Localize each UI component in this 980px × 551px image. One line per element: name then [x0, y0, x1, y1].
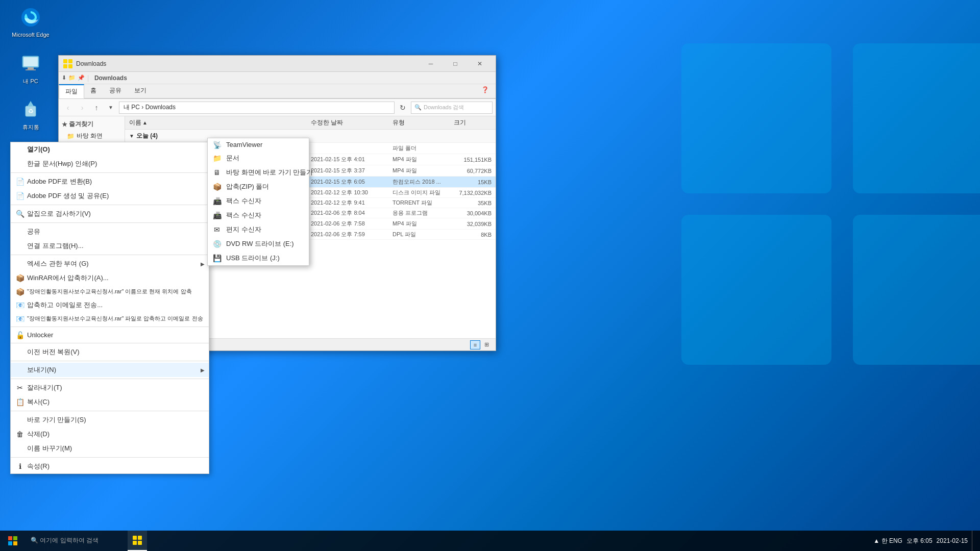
minimize-button[interactable]: ─ — [419, 56, 443, 72]
docs-icon: 📁 — [212, 153, 222, 163]
pdf-icon: 📄 — [15, 177, 25, 187]
copy-icon: 📋 — [15, 397, 25, 407]
winrar-icon: 📦 — [15, 273, 25, 283]
file-size: 151,151KB — [450, 157, 496, 163]
refresh-button[interactable]: ↻ — [397, 102, 409, 114]
tab-help[interactable]: ❓ — [475, 84, 496, 98]
ctx-sep — [11, 343, 209, 343]
nav-desktop[interactable]: 📁 바탕 화면 — [59, 130, 125, 142]
restore-icon — [15, 347, 25, 357]
qa-sep: │ — [87, 75, 90, 81]
file-type: 디스크 이미지 파일 — [388, 189, 450, 196]
col-size[interactable]: 크기 — [450, 117, 496, 128]
ctx-email-zip2[interactable]: 📧 "장애인활동지원사보수교육신청서.rar" 파일로 압축하고 이메일로 전송 — [11, 312, 209, 325]
ctx-unlocker[interactable]: 🔓 Unlocker — [11, 329, 209, 341]
favorites-header: ★ 즐겨찾기 — [59, 118, 125, 130]
ribbon-tabs: 파일 홈 공유 보기 ❓ — [59, 84, 496, 98]
sub-fax2[interactable]: 📠 팩스 수신자 — [208, 208, 309, 222]
ctx-restore[interactable]: 이전 버전 복원(V) — [11, 345, 209, 359]
address-path[interactable]: 내 PC › Downloads — [119, 102, 395, 114]
svg-rect-13 — [63, 64, 67, 68]
ctx-send[interactable]: 보내기(N) — [11, 363, 209, 377]
ctx-sep — [11, 457, 209, 458]
ctx-email-zip[interactable]: 📧 압축하고 이메일로 전송... — [11, 298, 209, 312]
details-view-button[interactable]: ≡ — [470, 340, 480, 349]
sub-docs[interactable]: 📁 문서 — [208, 151, 309, 165]
sub-dvd[interactable]: 💿 DVD RW 드라이브 (E:) — [208, 237, 309, 251]
ctx-sep — [11, 172, 209, 173]
delete-icon: 🗑 — [15, 429, 25, 439]
sub-usb[interactable]: 💾 USB 드라이브 (J:) — [208, 251, 309, 265]
sub-fax1[interactable]: 📠 팩스 수신자 — [208, 194, 309, 208]
svg-rect-7 — [28, 67, 34, 69]
pdf-create-icon: 📄 — [15, 191, 25, 201]
title-bar: Downloads ─ □ ✕ — [59, 56, 496, 72]
sort-arrow: ▲ — [142, 120, 148, 126]
ctx-properties[interactable]: ℹ 속성(R) — [11, 459, 209, 473]
ctx-delete[interactable]: 🗑 삭제(D) — [11, 427, 209, 441]
file-size: 7,132,032KB — [450, 190, 496, 196]
ctx-hwp-print[interactable]: 한글 문서(Hwp) 인쇄(P) — [11, 157, 209, 171]
close-button[interactable]: ✕ — [468, 56, 492, 72]
taskbar-search[interactable]: 🔍 여기에 입력하여 검색 — [26, 531, 128, 551]
taskbar-explorer[interactable] — [128, 531, 147, 551]
sub-zip-folder[interactable]: 📦 압축(ZIP) 폴더 — [208, 180, 309, 194]
col-name[interactable]: 이름 ▲ — [125, 117, 307, 128]
access-icon — [15, 259, 25, 269]
search-placeholder: Downloads 검색 — [424, 104, 464, 111]
svg-rect-15 — [8, 536, 12, 540]
ctx-sep — [11, 222, 209, 223]
ctx-pdf-convert[interactable]: 📄 Adobe PDF로 변환(B) — [11, 174, 209, 189]
file-type: MP4 파일 — [388, 167, 450, 174]
start-button[interactable] — [0, 531, 26, 551]
back-button[interactable]: ‹ — [62, 102, 74, 114]
file-type: 한컴오피스 2018 ... — [388, 178, 450, 186]
search-icon: 🔍 — [414, 104, 422, 111]
ctx-open[interactable]: 열기(O) — [11, 142, 209, 157]
recent-locations-button[interactable]: ▼ — [105, 102, 117, 114]
ctx-sep — [11, 327, 209, 327]
desktop-icon-recycle[interactable]: ♻ 휴지통 — [10, 97, 51, 131]
tab-share[interactable]: 공유 — [103, 84, 128, 98]
forward-button[interactable]: › — [76, 102, 88, 114]
ctx-winrar[interactable]: 📦 WinRAR에서 압축하기(A)... — [11, 271, 209, 285]
tiles-view-button[interactable]: ⊞ — [481, 340, 492, 349]
search-box[interactable]: 🔍 Downloads 검색 — [411, 102, 493, 114]
ctx-copy[interactable]: 📋 복사(C) — [11, 395, 209, 409]
fax1-icon: 📠 — [212, 196, 222, 206]
ctx-access[interactable]: 엑세스 관한 부여 (G) — [11, 257, 209, 271]
ctx-share[interactable]: 공유 — [11, 224, 209, 239]
ctx-shortcut[interactable]: 바로 가기 만들기(S) — [11, 413, 209, 427]
ctx-rename[interactable]: 이름 바꾸기(M) — [11, 441, 209, 456]
ctx-connect[interactable]: 연결 프로그램(H)... — [11, 239, 209, 253]
fax2-icon: 📠 — [212, 210, 222, 220]
tab-view[interactable]: 보기 — [128, 84, 153, 98]
address-path-text: 내 PC › Downloads — [124, 103, 176, 112]
svg-rect-12 — [68, 59, 72, 63]
ctx-alzip[interactable]: 🔍 알집으로 검사하기(V) — [11, 207, 209, 221]
ctx-cut[interactable]: ✂ 잘라내기(T) — [11, 381, 209, 395]
sub-mail[interactable]: ✉ 편지 수신자 — [208, 222, 309, 237]
maximize-button[interactable]: □ — [444, 56, 467, 72]
tab-file[interactable]: 파일 — [59, 84, 84, 98]
col-date[interactable]: 수정한 날짜 — [307, 117, 388, 128]
show-desktop-button[interactable] — [972, 531, 976, 551]
desktop-icon-edge[interactable]: Microsoft Edge — [10, 5, 51, 38]
desktop-icon-mypc[interactable]: 내 PC — [10, 51, 51, 85]
tab-home[interactable]: 홈 — [84, 84, 103, 98]
up-button[interactable]: ↑ — [90, 102, 103, 114]
file-size: 60,772KB — [450, 168, 496, 174]
ctx-rar-zip[interactable]: 📦 "장애인활동지원사보수교육신청서.rar" 이름으로 현재 위치에 압축 — [11, 285, 209, 298]
send-icon — [15, 365, 25, 375]
file-list-header: 이름 ▲ 수정한 날짜 유형 크기 — [125, 116, 496, 130]
svg-rect-1 — [853, 43, 980, 193]
file-date: 2021-02-06 오후 8:04 — [307, 209, 388, 217]
col-type[interactable]: 유형 — [388, 117, 450, 128]
file-type: 파일 폴더 — [388, 144, 450, 152]
ctx-pdf-create[interactable]: 📄 Adobe PDF 생성 및 공유(E) — [11, 189, 209, 203]
quick-access-toolbar: ⬇ 📁 📌 │ Downloads — [59, 72, 496, 84]
file-date: 2021-02-15 오후 4:01 — [307, 156, 388, 163]
sub-teamviewer[interactable]: 📡 TeamViewer — [208, 138, 309, 151]
sub-desktop-shortcut[interactable]: 🖥 바탕 화면에 바로 가기 만들기 — [208, 165, 309, 180]
file-date: 2021-02-15 오후 6:05 — [307, 178, 388, 186]
